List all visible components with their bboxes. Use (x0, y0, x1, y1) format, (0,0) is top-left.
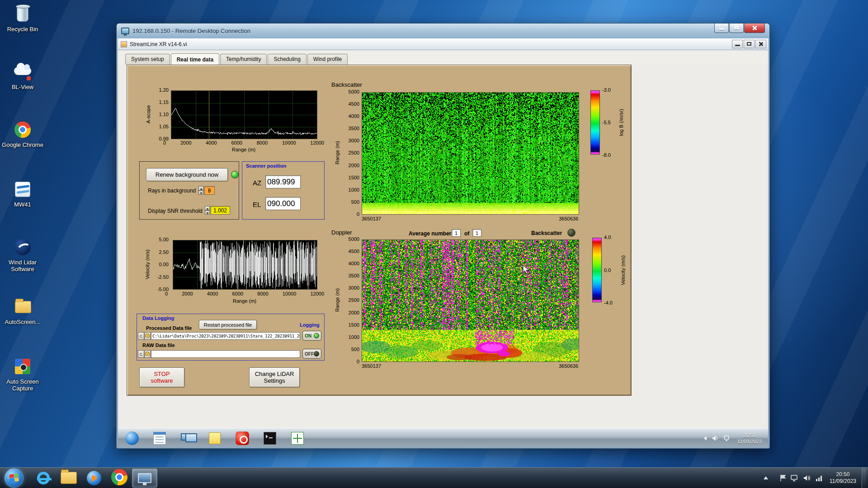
show-desktop-button[interactable] (862, 468, 866, 488)
remote-taskbar-notepad-button[interactable] (152, 431, 167, 446)
remote-taskbar-system-button[interactable] (179, 431, 195, 446)
power-icon (236, 432, 249, 445)
tab-system-setup[interactable]: System setup (125, 54, 170, 65)
tick-label: -8.0 (602, 152, 611, 158)
backscatter-title: Backscatter (331, 81, 362, 88)
rays-in-background-field[interactable]: 8 (204, 186, 215, 195)
vi-close-button[interactable] (755, 40, 766, 48)
rdp-tray-icon[interactable] (791, 474, 799, 482)
desktop-icon-auto-screen-capture[interactable]: Auto Screen Capture (1, 356, 44, 392)
remote-taskbar-sticky-notes-button[interactable] (207, 431, 222, 446)
vi-titlebar[interactable]: StreamLine XR v14-6.vi (118, 38, 768, 50)
action-center-flag-icon[interactable] (780, 474, 786, 482)
close-button[interactable] (744, 23, 765, 33)
processed-path-type-button[interactable]: C (138, 332, 144, 340)
tick-label: 3500 (349, 273, 359, 278)
tick-label: 8000 (257, 291, 268, 296)
minimize-button[interactable] (714, 23, 729, 33)
az-field[interactable]: 089.999 (265, 175, 301, 188)
start-button[interactable] (5, 469, 24, 488)
el-field[interactable]: 090.000 (265, 197, 301, 210)
tick-label: 0 (357, 359, 359, 364)
taskbar-rdp-button-active[interactable] (132, 469, 157, 488)
maximize-button[interactable] (729, 23, 744, 33)
recycle-bin-icon (12, 4, 33, 24)
tick-label: 2000 (180, 140, 191, 145)
change-button-line2: Settings (264, 377, 285, 384)
tick-label: -4.0 (604, 300, 613, 305)
desktop-icon-google-chrome[interactable]: Google Chrome (1, 119, 44, 148)
tray-expand-icon[interactable] (703, 436, 708, 441)
volume-icon[interactable] (712, 435, 719, 441)
tick-label: 1500 (349, 175, 359, 180)
processed-logging-toggle[interactable]: ON (302, 331, 321, 341)
desktop-icon-mw41[interactable]: MW41 (1, 179, 44, 208)
raw-path-type-button[interactable]: C (138, 350, 144, 358)
remote-taskbar-spreadsheet-button[interactable] (290, 431, 305, 446)
rdp-app-icon (121, 28, 129, 34)
windows-flag-icon (9, 474, 19, 482)
snr-spinner[interactable] (205, 206, 210, 215)
desktop: Recycle Bin BL-View Google Chrome MW41 W… (0, 0, 868, 488)
average-number-field[interactable]: 1 (452, 229, 461, 237)
processed-path-browse-icon[interactable] (144, 332, 151, 340)
renew-background-button[interactable]: Renew background now (146, 168, 228, 181)
tick-label: 5000 (349, 89, 359, 94)
remote-taskbar-globe-button[interactable] (124, 431, 140, 446)
raw-path-browse-icon[interactable] (144, 350, 151, 358)
stop-software-button[interactable]: STOP software (139, 367, 184, 387)
stop-button-line2: software (151, 377, 173, 384)
tick-label: 0 (357, 211, 359, 217)
vi-restore-button[interactable] (744, 40, 755, 48)
taskbar-internet-explorer-button[interactable] (31, 469, 56, 488)
desktop-icon-autoscreen[interactable]: AutoScreen... (1, 296, 44, 325)
tick-label: 6000 (232, 291, 243, 296)
network-icon[interactable] (816, 474, 823, 482)
tick-label: 1.05 (159, 124, 169, 129)
network-icon[interactable] (724, 435, 731, 441)
backscatter-toggle-led[interactable] (567, 229, 576, 237)
volume-icon[interactable] (803, 474, 811, 482)
remote-taskbar-power-button[interactable] (235, 431, 250, 446)
vi-minimize-button[interactable] (732, 40, 743, 48)
average-of-field[interactable]: 1 (472, 229, 481, 237)
taskbar-explorer-button[interactable] (56, 469, 81, 488)
doppler-plot (362, 239, 579, 362)
toggle-on-label: ON (305, 333, 311, 338)
tab-wind-profile[interactable]: Wind profile (307, 54, 348, 65)
taskbar-chrome-button[interactable] (107, 469, 132, 488)
folder-icon (12, 296, 33, 317)
clock-date: 11/09/2023 (830, 478, 856, 485)
taskbar-clock[interactable]: 20:50 11/09/2023 (830, 471, 856, 485)
raw-path-field[interactable] (151, 350, 300, 358)
backscatter-yticks: 5000450040003500300025002000150010005000 (343, 89, 359, 217)
desktop-icon-wind-lidar-software[interactable]: Wind Lidar Software (1, 237, 44, 272)
tab-real-time-data[interactable]: Real time data (171, 53, 219, 65)
doppler-xtick-right: 3650636 (559, 363, 578, 369)
restart-processed-file-button[interactable]: Restart processed file (199, 320, 257, 329)
display-snr-threshold-field[interactable]: 1.002 (210, 206, 230, 215)
tab-temp-humidity[interactable]: Temp/humidity (220, 54, 267, 65)
logging-label: Logging (300, 322, 319, 328)
tick-label: 3500 (349, 126, 359, 131)
tick-label: 12000 (310, 140, 324, 145)
change-lidar-settings-button[interactable]: Change LiDAR Settings (249, 367, 300, 387)
taskbar-media-player-button[interactable] (81, 469, 107, 488)
desktop-icon-bl-view[interactable]: BL-View (1, 61, 44, 90)
desktop-icon-recycle-bin[interactable]: Recycle Bin (1, 4, 44, 33)
of-label: of (464, 230, 469, 237)
tick-label: 4000 (349, 113, 359, 119)
remote-taskbar: 20:50 11/09/2023 (118, 428, 768, 447)
tray-show-hidden-icons[interactable] (764, 476, 768, 479)
remote-clock-time: 20:50 (737, 432, 762, 438)
chrome-icon (111, 469, 127, 485)
rdp-titlebar[interactable]: 192.168.0.150 - Remote Desktop Connectio… (117, 23, 769, 38)
host-taskbar: 20:50 11/09/2023 (0, 467, 868, 488)
raw-logging-toggle[interactable]: OFF (302, 349, 321, 359)
processed-path-field[interactable]: C:\Lidar\Data\Proc\2023\202309\20230911\… (151, 332, 300, 340)
rays-spinner[interactable] (198, 186, 203, 195)
tab-scheduling[interactable]: Scheduling (268, 54, 306, 65)
rays-in-background-label: Rays in background (148, 188, 196, 194)
tick-label: 0.00 (159, 262, 169, 267)
remote-taskbar-cmd-button[interactable] (262, 431, 278, 446)
